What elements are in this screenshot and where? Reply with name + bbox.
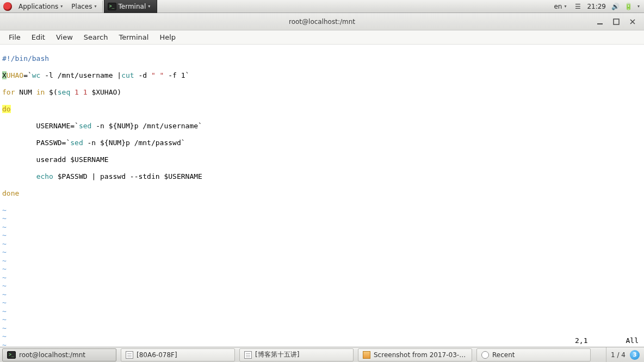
- empty-line-tilde: ~: [2, 290, 642, 299]
- empty-line-tilde: ~: [2, 324, 642, 333]
- window-controls: [591, 13, 642, 30]
- lang-label: en: [554, 3, 562, 10]
- empty-line-tilde: ~: [2, 273, 642, 282]
- terminal-label: Terminal: [119, 3, 146, 10]
- empty-line-tilde: ~: [2, 214, 642, 223]
- empty-line-tilde: ~: [2, 257, 642, 265]
- code-cmd: cut: [121, 71, 134, 79]
- workspace-indicator[interactable]: 1 / 4: [611, 351, 626, 359]
- close-button[interactable]: [628, 17, 637, 27]
- bottom-taskbar: >_ root@localhost:/mnt [80A6-078F] [博客第十…: [0, 347, 644, 362]
- menu-help[interactable]: Help: [154, 32, 181, 43]
- code-cmd: echo: [36, 172, 53, 180]
- menu-edit[interactable]: Edit: [26, 32, 51, 43]
- file-manager-icon: [244, 351, 252, 359]
- editor-area[interactable]: #!/bin/bash XUHAO=`wc -l /mnt/username |…: [0, 45, 644, 347]
- task-label: [博客第十五讲]: [255, 350, 299, 359]
- task-screenshot[interactable]: Screenshot from 2017-03-04 ...: [358, 348, 472, 361]
- panel-separator: [102, 1, 103, 13]
- code-cmd: sed: [79, 122, 91, 130]
- code: -n ${NUM}p /mnt/passwd`: [83, 139, 185, 147]
- file-manager-icon: [126, 351, 133, 359]
- chevron-down-icon: ▾: [94, 4, 96, 9]
- menu-view[interactable]: View: [51, 32, 78, 43]
- svg-rect-0: [597, 23, 603, 24]
- terminal-window: root@localhost:/mnt File Edit View Searc…: [0, 13, 644, 347]
- empty-line-tilde: ~: [2, 341, 642, 347]
- keyboard-layout[interactable]: en ▾: [552, 0, 568, 13]
- code: $XUHAO): [88, 88, 122, 96]
- code: $(: [45, 88, 57, 96]
- applications-label: Applications: [18, 3, 58, 10]
- code-cmd: sed: [70, 139, 83, 147]
- terminal-icon: >_: [108, 3, 116, 10]
- task-label: [80A6-078F]: [137, 351, 177, 359]
- applications-menu[interactable]: Applications ▾: [14, 0, 67, 13]
- taskbar-tray: 1 / 4 3: [606, 347, 644, 363]
- task-label: Recent: [492, 351, 515, 359]
- empty-line-tilde: ~: [2, 315, 642, 324]
- terminal-icon: >_: [7, 351, 16, 359]
- code: -f 1`: [164, 71, 189, 79]
- cursor-position: 2,1: [575, 336, 587, 345]
- volume-icon[interactable]: 🔊: [611, 3, 619, 10]
- code-cmd: wc: [32, 71, 41, 79]
- notification-badge[interactable]: 3: [630, 350, 640, 360]
- menu-file[interactable]: File: [3, 32, 26, 43]
- chevron-down-icon: ▾: [60, 4, 63, 9]
- code: PASSWD=`: [2, 139, 70, 147]
- code-str: " ": [151, 71, 164, 79]
- code-kw: for: [2, 88, 15, 96]
- scroll-indicator: All: [626, 336, 639, 345]
- code-var: UHAO: [7, 71, 23, 79]
- empty-line-tilde: ~: [2, 206, 642, 215]
- task-recent[interactable]: Recent: [476, 348, 591, 361]
- code: useradd $USERNAME: [2, 155, 109, 164]
- window-titlebar[interactable]: root@localhost:/mnt: [0, 13, 644, 30]
- code: -l /mnt/username |: [40, 71, 121, 79]
- image-icon: [363, 351, 370, 359]
- menu-search[interactable]: Search: [78, 32, 114, 43]
- code-kw: done: [2, 189, 19, 197]
- task-label: root@localhost:/mnt: [19, 351, 85, 359]
- empty-line-tilde: ~: [2, 248, 642, 257]
- chevron-down-icon[interactable]: ▾: [637, 4, 640, 9]
- battery-icon[interactable]: 🔋: [624, 3, 632, 10]
- menu-terminal[interactable]: Terminal: [113, 32, 154, 43]
- empty-line-tilde: ~: [2, 298, 642, 307]
- code-kw: do: [2, 105, 11, 113]
- code-num: 1 1: [75, 88, 87, 96]
- code: =`: [23, 71, 32, 79]
- accessibility-icon[interactable]: ☰: [574, 3, 581, 10]
- distro-logo-icon[interactable]: [3, 2, 12, 11]
- top-panel: Applications ▾ Places ▾ >_ Terminal ▾ en…: [0, 0, 644, 13]
- places-label: Places: [71, 3, 92, 10]
- svg-rect-1: [614, 19, 619, 24]
- minimize-button[interactable]: [595, 17, 605, 27]
- recent-icon: [481, 351, 489, 359]
- top-panel-left: Applications ▾ Places ▾ >_ Terminal ▾: [0, 0, 157, 13]
- task-files-1[interactable]: [80A6-078F]: [121, 348, 235, 361]
- window-title: root@localhost:/mnt: [289, 18, 355, 26]
- code: [2, 172, 36, 180]
- task-label: Screenshot from 2017-03-04 ...: [374, 351, 467, 359]
- vim-status: 2,1 All: [575, 336, 639, 345]
- code: NUM: [15, 88, 36, 96]
- cursor: X: [2, 71, 7, 79]
- maximize-button[interactable]: [611, 17, 621, 27]
- empty-line-tilde: ~: [2, 265, 642, 273]
- empty-line-tilde: ~: [2, 223, 642, 232]
- task-terminal[interactable]: >_ root@localhost:/mnt: [2, 348, 116, 361]
- code: -n ${NUM}p /mnt/username`: [91, 122, 202, 130]
- code: $PASSWD | passwd --stdin $USERNAME: [53, 172, 202, 180]
- places-menu[interactable]: Places ▾: [67, 0, 101, 13]
- code-shebang: #!/bin/bash: [2, 54, 49, 63]
- empty-line-tilde: ~: [2, 240, 642, 248]
- terminal-launcher[interactable]: >_ Terminal ▾: [104, 0, 158, 13]
- code-cmd: seq: [58, 88, 70, 96]
- clock[interactable]: 21:29: [587, 3, 606, 10]
- code: USERNAME=`: [2, 122, 79, 130]
- code: [70, 88, 75, 96]
- code-kw: in: [36, 88, 45, 96]
- task-files-2[interactable]: [博客第十五讲]: [239, 348, 354, 361]
